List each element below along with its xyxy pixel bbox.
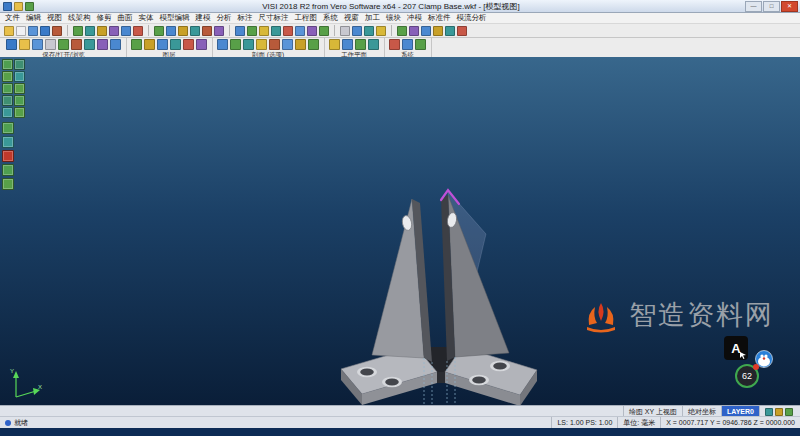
toolbar-icon[interactable] [340, 26, 350, 36]
menu-item[interactable]: 编辑 [23, 13, 44, 23]
menu-item[interactable]: 加工 [362, 13, 383, 23]
toolbar-icon[interactable] [73, 26, 83, 36]
toolbar-icon[interactable] [256, 39, 267, 50]
toolbar-icon[interactable] [247, 26, 257, 36]
menu-item[interactable]: 镶块 [383, 13, 404, 23]
close-button[interactable]: ✕ [781, 1, 798, 12]
toolbar-icon[interactable] [283, 26, 293, 36]
minimize-button[interactable]: — [745, 1, 762, 12]
palette-icon[interactable] [2, 150, 14, 162]
menu-item[interactable]: 视图 [44, 13, 65, 23]
toolbar-icon[interactable] [319, 26, 329, 36]
toolbar-icon[interactable] [445, 26, 455, 36]
palette-icon[interactable] [14, 71, 25, 82]
menu-item[interactable]: 工程图 [292, 13, 321, 23]
toolbar-icon[interactable] [52, 26, 62, 36]
palette-icon[interactable] [2, 122, 14, 134]
status-units[interactable]: 单位: 毫米 [617, 417, 660, 428]
toolbar-icon[interactable] [368, 39, 379, 50]
palette-icon[interactable] [2, 136, 14, 148]
app-icon[interactable] [3, 2, 12, 11]
menu-item[interactable]: 模流分析 [454, 13, 490, 23]
toolbar-icon[interactable] [157, 39, 168, 50]
palette-icon[interactable] [14, 83, 25, 94]
toolbar-icon[interactable] [355, 39, 366, 50]
palette-icon[interactable] [14, 107, 25, 118]
toolbar-icon[interactable] [282, 39, 293, 50]
palette-icon[interactable] [14, 59, 25, 70]
toolbar-icon[interactable] [178, 26, 188, 36]
toolbar-icon[interactable] [4, 26, 14, 36]
toolbar-icon[interactable] [389, 39, 400, 50]
toolbar-icon[interactable] [190, 26, 200, 36]
menu-item[interactable]: 线架构 [65, 13, 94, 23]
save-icon[interactable] [14, 2, 23, 11]
maximize-button[interactable]: □ [763, 1, 780, 12]
toolbar-icon[interactable] [217, 39, 228, 50]
toolbar-icon[interactable] [457, 26, 467, 36]
menu-item[interactable]: 修剪 [94, 13, 115, 23]
toolbar-icon[interactable] [295, 39, 306, 50]
menu-item[interactable]: 冲模 [404, 13, 425, 23]
toolbar-icon[interactable] [352, 26, 362, 36]
toolbar-icon[interactable] [271, 26, 281, 36]
toolbar-icon[interactable] [295, 26, 305, 36]
toolbar-icon[interactable] [196, 39, 207, 50]
viewport[interactable]: Y X 智造资料网 A [0, 57, 800, 406]
status-icon[interactable] [765, 408, 773, 416]
toolbar-icon[interactable] [409, 26, 419, 36]
menu-item[interactable]: 系统 [320, 13, 341, 23]
toolbar-icon[interactable] [45, 39, 56, 50]
model-base[interactable] [341, 347, 537, 406]
menu-item[interactable]: 视窗 [341, 13, 362, 23]
toolbar-icon[interactable] [19, 39, 30, 50]
toolbar-icon[interactable] [121, 26, 131, 36]
status-icon[interactable] [775, 408, 783, 416]
palette-icon[interactable] [14, 95, 25, 106]
menu-item[interactable]: 文件 [2, 13, 23, 23]
toolbar-icon[interactable] [342, 39, 353, 50]
toolbar-icon[interactable] [131, 39, 142, 50]
palette-icon[interactable] [2, 59, 13, 70]
palette-icon[interactable] [2, 178, 14, 190]
model-right-gusset[interactable] [441, 190, 509, 361]
palette-icon[interactable] [2, 164, 14, 176]
toolbar-icon[interactable] [421, 26, 431, 36]
toolbar-icon[interactable] [97, 26, 107, 36]
palette-icon[interactable] [2, 107, 13, 118]
toolbar-icon[interactable] [170, 39, 181, 50]
toolbar-icon[interactable] [71, 39, 82, 50]
toolbar-icon[interactable] [243, 39, 254, 50]
toolbar-icon[interactable] [166, 26, 176, 36]
menu-item[interactable]: 分析 [214, 13, 235, 23]
toolbar-icon[interactable] [85, 26, 95, 36]
menu-item[interactable]: 标准件 [425, 13, 454, 23]
ime-indicator[interactable]: A [724, 336, 748, 360]
palette-icon[interactable] [2, 71, 13, 82]
menu-item[interactable]: 建模 [193, 13, 214, 23]
toolbar-icon[interactable] [28, 26, 38, 36]
menu-item[interactable]: 实体 [136, 13, 157, 23]
toolbar-icon[interactable] [58, 39, 69, 50]
toolbar-icon[interactable] [329, 39, 340, 50]
menu-item[interactable]: 模型编辑 [157, 13, 193, 23]
palette-icon[interactable] [2, 95, 13, 106]
toolbar-icon[interactable] [202, 26, 212, 36]
toolbar-icon[interactable] [144, 39, 155, 50]
model-left-gusset[interactable] [372, 199, 432, 362]
model-3d-view[interactable]: Y X [0, 57, 800, 406]
menu-item[interactable]: 曲面 [115, 13, 136, 23]
toolbar-icon[interactable] [376, 26, 386, 36]
menu-item[interactable]: 尺寸标注 [256, 13, 292, 23]
toolbar-icon[interactable] [397, 26, 407, 36]
toolbar-icon[interactable] [183, 39, 194, 50]
toolbar-icon[interactable] [308, 39, 319, 50]
toolbar-icon[interactable] [40, 26, 50, 36]
toolbar-icon[interactable] [16, 26, 26, 36]
toolbar-icon[interactable] [433, 26, 443, 36]
toolbar-icon[interactable] [230, 39, 241, 50]
toolbar-icon[interactable] [259, 26, 269, 36]
toolbar-icon[interactable] [235, 26, 245, 36]
toolbar-icon[interactable] [402, 39, 413, 50]
toolbar-icon[interactable] [307, 26, 317, 36]
